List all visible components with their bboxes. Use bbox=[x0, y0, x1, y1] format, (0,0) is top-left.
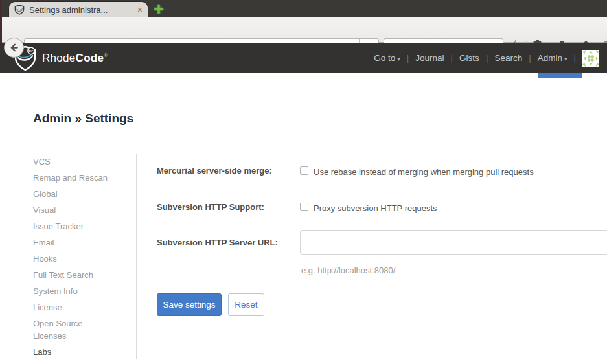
mercurial-merge-label: Mercurial server-side merge: bbox=[157, 166, 272, 176]
nav-separator: | bbox=[573, 53, 576, 63]
svn-proxy-checkbox-label[interactable]: Proxy subversion HTTP requests bbox=[314, 203, 437, 213]
browser-tab-bar: Settings administra... × bbox=[0, 0, 607, 17]
admin-active-indicator bbox=[538, 73, 582, 78]
svg-text:RC: RC bbox=[29, 49, 34, 52]
rhodecode-favicon-icon bbox=[14, 5, 25, 15]
sidebar-item-email[interactable]: Email bbox=[33, 236, 114, 249]
rebase-merge-checkbox-label[interactable]: Use rebase instead of merging when mergi… bbox=[314, 167, 534, 177]
sidebar-item-global[interactable]: Global bbox=[33, 188, 114, 200]
sidebar-item-system-info[interactable]: System Info bbox=[33, 285, 114, 297]
tab-close-icon[interactable]: × bbox=[137, 5, 143, 14]
svn-http-support-label: Subversion HTTP Support: bbox=[157, 202, 264, 212]
rebase-merge-checkbox[interactable] bbox=[300, 166, 308, 175]
svn-server-url-label: Subversion HTTP Server URL: bbox=[157, 238, 278, 247]
chevron-down-icon: ▾ bbox=[564, 56, 567, 62]
new-tab-button[interactable] bbox=[153, 3, 165, 15]
save-settings-button[interactable]: Save settings bbox=[157, 293, 222, 316]
browser-tab[interactable]: Settings administra... × bbox=[8, 1, 148, 17]
svn-proxy-checkbox[interactable] bbox=[300, 203, 308, 211]
sidebar-item-labs[interactable]: Labs bbox=[33, 346, 114, 358]
svn-server-url-input[interactable] bbox=[300, 230, 607, 255]
sidebar-item-hooks[interactable]: Hooks bbox=[33, 253, 114, 265]
sidebar-item-license[interactable]: License bbox=[33, 301, 114, 313]
nav-goto[interactable]: Go to▾ bbox=[367, 53, 407, 63]
rhodecode-logo[interactable]: RC RhodeCode® bbox=[14, 45, 108, 71]
chevron-down-icon: ▾ bbox=[397, 56, 400, 62]
sidebar-divider bbox=[136, 154, 137, 359]
sidebar-item-full-text-search[interactable]: Full Text Search bbox=[33, 269, 114, 281]
window-edge bbox=[0, 0, 2, 43]
reset-button[interactable]: Reset bbox=[228, 293, 264, 316]
nav-admin[interactable]: Admin▾ bbox=[531, 53, 574, 63]
main-nav: Go to▾ | Journal | Gists | Search | Admi… bbox=[367, 43, 602, 73]
sidebar-item-visual[interactable]: Visual bbox=[33, 204, 114, 216]
sidebar-item-remap-and-rescan[interactable]: Remap and Rescan bbox=[33, 172, 114, 184]
rhodecode-header: RC RhodeCode® Go to▾ | Journal | Gists |… bbox=[0, 43, 607, 73]
brand-text: RhodeCode® bbox=[42, 52, 108, 65]
sidebar-item-issue-tracker[interactable]: Issue Tracker bbox=[33, 220, 114, 233]
tab-title: Settings administra... bbox=[29, 5, 133, 15]
sidebar-item-open-source-licenses[interactable]: Open Source Licenses bbox=[33, 317, 114, 342]
nav-gists[interactable]: Gists bbox=[453, 53, 486, 63]
svn-server-url-hint: e.g. http://localhost:8080/ bbox=[301, 266, 395, 275]
page-title: Admin » Settings bbox=[33, 111, 133, 126]
user-avatar[interactable] bbox=[582, 50, 599, 67]
nav-search[interactable]: Search bbox=[488, 53, 529, 63]
settings-sidebar: VCS Remap and Rescan Global Visual Issue… bbox=[33, 155, 114, 362]
sidebar-item-vcs[interactable]: VCS bbox=[33, 155, 114, 168]
back-arrow-icon bbox=[8, 42, 19, 53]
back-button[interactable] bbox=[4, 38, 24, 58]
browser-toolbar: http://localhost:10009/_admin/settings/l… bbox=[0, 17, 607, 43]
nav-journal[interactable]: Journal bbox=[409, 53, 450, 63]
